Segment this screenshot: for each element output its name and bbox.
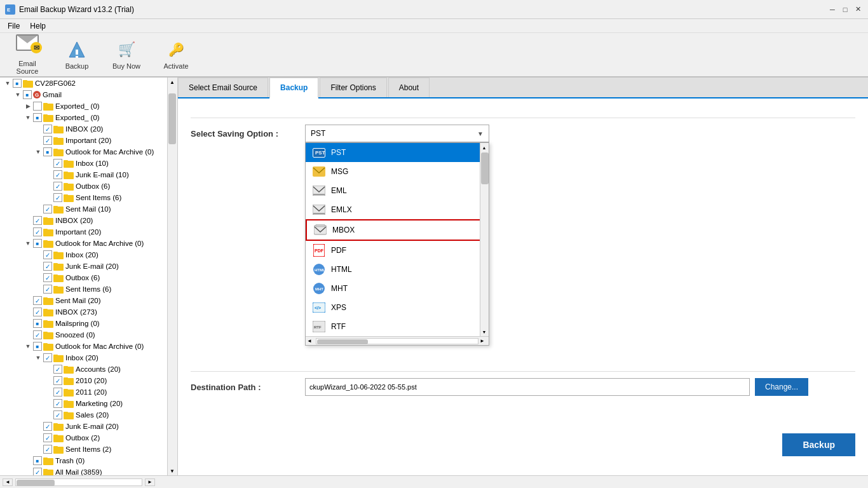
tree-marketing20[interactable]: Marketing (20) (0, 398, 167, 409)
expander-gmail[interactable]: ▼ (13, 90, 23, 100)
expander-sales20[interactable] (43, 410, 53, 420)
expander-root[interactable]: ▼ (3, 78, 13, 88)
tree-inbox20d[interactable]: ▼ Inbox (20) (0, 352, 167, 363)
dropdown-vscrollbar[interactable]: ▲ ▼ (480, 143, 489, 336)
tab-about[interactable]: About (388, 78, 430, 97)
tree-accounts20[interactable]: Accounts (20) (0, 363, 167, 375)
dropdown-hscroll-thumb[interactable] (317, 339, 368, 344)
change-button[interactable]: Change... (755, 378, 808, 396)
tab-select-email-source[interactable]: Select Email Source (178, 78, 268, 97)
checkbox-sales20[interactable] (53, 410, 62, 419)
menu-file[interactable]: File (3, 20, 25, 32)
checkbox-inbox10[interactable] (53, 159, 62, 168)
close-button[interactable]: ✕ (853, 4, 863, 15)
tab-backup[interactable]: Backup (269, 78, 318, 98)
checkbox-2010[interactable] (53, 376, 62, 385)
option-mht[interactable]: MHT MHT (306, 279, 489, 298)
checkbox-exported-b[interactable] (33, 113, 42, 122)
maximize-button[interactable]: □ (840, 4, 850, 15)
checkbox-inbox20d[interactable] (43, 353, 52, 362)
expander-accounts20[interactable] (43, 364, 53, 374)
buy-now-button[interactable]: 🛒 Buy Now (104, 37, 149, 72)
tree-outbox6b[interactable]: Outbox (6) (0, 272, 167, 283)
expander-sentmail20[interactable] (23, 295, 33, 306)
scroll-track[interactable] (168, 86, 177, 466)
expander-junk20b[interactable] (33, 421, 43, 431)
saving-option-dropdown[interactable]: PST ▼ PST PST (305, 125, 489, 142)
window-controls[interactable]: ─ □ ✕ (827, 4, 863, 15)
expander-sentitems6[interactable] (43, 193, 53, 203)
tree-sentitems6[interactable]: Sent Items (6) (0, 192, 167, 203)
option-pst[interactable]: PST PST (306, 143, 489, 162)
option-eml[interactable]: EML (306, 181, 489, 200)
option-html[interactable]: HTML HTML (306, 260, 489, 279)
expander-2011[interactable] (43, 387, 53, 397)
tree-snoozed[interactable]: Snoozed (0) (0, 329, 167, 341)
tree-outlook-mac2[interactable]: ▼ Outlook for Mac Archive (0) (0, 238, 167, 249)
hscroll-right-btn[interactable]: ► (145, 478, 155, 486)
dropdown-scroll-down[interactable]: ▼ (480, 327, 488, 336)
expander-allmail[interactable] (23, 467, 33, 475)
tree-inbox10[interactable]: Inbox (10) (0, 158, 167, 169)
tree-outbox6[interactable]: Outbox (6) (0, 180, 167, 192)
status-scrollbar[interactable] (15, 478, 142, 486)
expander-exported-b[interactable]: ▼ (23, 112, 33, 123)
tree-scroll[interactable]: ▼ CV28FG062 ▼ G Gmail ▶ Exported_ (0) (0, 78, 177, 475)
checkbox-trash[interactable] (33, 456, 42, 465)
checkbox-inbox20c[interactable] (43, 250, 52, 259)
checkbox-sentmail20[interactable] (33, 296, 42, 305)
expander-exported0[interactable]: ▶ (23, 101, 33, 111)
tree-inbox20[interactable]: INBOX (20) (0, 123, 167, 135)
backup-action-button[interactable]: Backup (782, 433, 855, 456)
checkbox-outbox2[interactable] (43, 433, 52, 442)
saving-option-list[interactable]: PST PST (305, 142, 489, 346)
expander-important20b[interactable] (23, 227, 33, 237)
hscroll-left-btn[interactable]: ◄ (3, 478, 13, 486)
checkbox-outlook-mac3[interactable] (33, 342, 42, 351)
dropdown-scroll-up[interactable]: ▲ (480, 143, 488, 152)
tree-important20[interactable]: Important (20) (0, 135, 167, 146)
tree-mailspring[interactable]: Mailspring (0) (0, 318, 167, 329)
option-msg[interactable]: MSG (306, 162, 489, 181)
tree-exported-b[interactable]: ▼ Exported_ (0) (0, 112, 167, 123)
tree-sentmail20[interactable]: Sent Mail (20) (0, 295, 167, 306)
expander-outlook-mac1[interactable]: ▼ (33, 147, 43, 157)
menu-help[interactable]: Help (25, 20, 51, 32)
checkbox-outlook-mac2[interactable] (33, 239, 42, 248)
option-pdf[interactable]: PDF PDF (306, 241, 489, 260)
option-emlx[interactable]: EMLX (306, 200, 489, 219)
option-rtf[interactable]: RTF RTF (306, 317, 489, 336)
tree-sentitems6b[interactable]: Sent Items (6) (0, 283, 167, 295)
activate-button[interactable]: 🔑 Activate (154, 37, 198, 72)
checkbox-2011[interactable] (53, 388, 62, 396)
expander-inbox10[interactable] (43, 158, 53, 168)
expander-junk20[interactable] (33, 261, 43, 271)
expander-snoozed[interactable] (23, 330, 33, 340)
checkbox-inbox273[interactable] (33, 308, 42, 316)
tree-sentmail10[interactable]: Sent Mail (10) (0, 203, 167, 215)
expander-marketing20[interactable] (43, 398, 53, 409)
tree-sales20[interactable]: Sales (20) (0, 409, 167, 421)
expander-sentitems6b[interactable] (33, 284, 43, 294)
checkbox-root[interactable] (13, 79, 22, 88)
expander-sentmail10[interactable] (33, 204, 43, 214)
checkbox-important20b[interactable] (33, 227, 42, 236)
scroll-up-button[interactable]: ▲ (168, 78, 177, 86)
checkbox-marketing20[interactable] (53, 399, 62, 408)
checkbox-important20[interactable] (43, 136, 52, 145)
tree-inbox20b[interactable]: INBOX (20) (0, 215, 167, 226)
destination-path-input[interactable] (305, 378, 750, 396)
expander-outlook-mac3[interactable]: ▼ (23, 341, 33, 351)
checkbox-outlook-mac1[interactable] (43, 147, 52, 156)
checkbox-junk20b[interactable] (43, 422, 52, 431)
tree-outbox2[interactable]: Outbox (2) (0, 432, 167, 444)
checkbox-junk20[interactable] (43, 262, 52, 271)
email-source-button[interactable]: ✉ Email Source (5, 32, 50, 78)
tree-outlook-mac3[interactable]: ▼ Outlook for Mac Archive (0) (0, 341, 167, 352)
expander-outbox6[interactable] (43, 181, 53, 191)
tree-junk20[interactable]: Junk E-mail (20) (0, 261, 167, 272)
expander-important20[interactable] (33, 135, 43, 146)
dropdown-hscroll-right[interactable]: ► (480, 338, 487, 344)
checkbox-sentitems6[interactable] (53, 193, 62, 202)
dropdown-hscroll-left[interactable]: ◄ (307, 338, 315, 344)
